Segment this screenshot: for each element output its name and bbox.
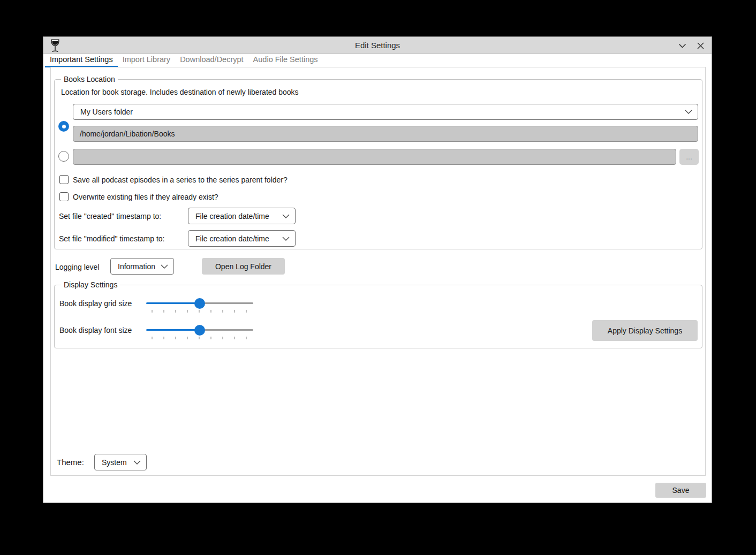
save-podcast-label: Save all podcast episodes in a series to… <box>73 176 288 184</box>
display-settings-legend: Display Settings <box>61 280 120 290</box>
save-podcast-checkbox[interactable] <box>59 175 69 184</box>
window-controls <box>675 37 707 54</box>
font-size-label: Book display font size <box>59 326 132 334</box>
slider-thumb[interactable] <box>194 325 205 336</box>
window-title: Edit Settings <box>43 41 712 50</box>
tab-audio-file-settings[interactable]: Audio File Settings <box>248 54 323 67</box>
open-log-folder-button[interactable]: Open Log Folder <box>202 258 285 275</box>
wine-glass-icon <box>50 39 61 52</box>
chevron-down-icon <box>282 214 290 218</box>
custom-path-radio[interactable] <box>58 151 69 162</box>
theme-value: System <box>102 458 130 467</box>
logging-level-label: Logging level <box>55 263 100 271</box>
slider-thumb[interactable] <box>194 298 205 309</box>
created-timestamp-value: File creation date/time <box>195 212 279 221</box>
chevron-down-icon <box>133 460 141 465</box>
chevron-down-icon <box>685 110 692 114</box>
books-location-description: Location for book storage. Includes dest… <box>61 88 299 96</box>
close-icon <box>697 42 704 49</box>
close-button[interactable] <box>693 39 707 52</box>
grid-size-slider[interactable] <box>146 298 253 309</box>
tab-import-library[interactable]: Import Library <box>118 54 175 67</box>
grid-size-label: Book display grid size <box>59 299 132 308</box>
logging-level-value: Information <box>118 262 157 271</box>
grid-size-ticks <box>152 310 247 313</box>
edit-settings-window: Edit Settings Important Settings Import … <box>43 36 712 503</box>
books-path-field: /home/jordan/Libation/Books <box>73 126 698 142</box>
chevron-down-icon <box>161 264 168 269</box>
theme-label: Theme: <box>57 458 84 467</box>
chevron-down-icon <box>678 43 686 48</box>
books-path-radio-selected[interactable] <box>58 121 69 132</box>
custom-path-field <box>73 149 676 165</box>
modified-timestamp-label: Set file "modified" timestamp to: <box>59 234 164 243</box>
overwrite-label: Overwrite existing files if they already… <box>73 193 218 201</box>
overwrite-checkbox[interactable] <box>59 192 69 201</box>
books-location-preset-dropdown[interactable]: My Users folder <box>73 104 698 120</box>
modified-timestamp-dropdown[interactable]: File creation date/time <box>188 230 296 247</box>
books-location-legend: Books Location <box>61 75 118 84</box>
font-size-slider[interactable] <box>146 325 253 336</box>
created-timestamp-label: Set file "created" timestamp to: <box>59 212 161 221</box>
apply-display-settings-button[interactable]: Apply Display Settings <box>592 320 698 341</box>
tab-download-decrypt[interactable]: Download/Decrypt <box>175 54 248 67</box>
modified-timestamp-value: File creation date/time <box>195 234 279 243</box>
font-size-ticks <box>152 337 247 339</box>
minimize-button[interactable] <box>675 39 689 52</box>
logging-level-dropdown[interactable]: Information <box>110 258 174 275</box>
save-button[interactable]: Save <box>655 483 706 498</box>
tab-important-settings[interactable]: Important Settings <box>45 54 118 67</box>
browse-button[interactable]: ... <box>679 149 699 165</box>
tabstrip: Important Settings Import Library Downlo… <box>45 54 323 67</box>
titlebar: Edit Settings <box>43 37 712 54</box>
chevron-down-icon <box>282 237 290 241</box>
created-timestamp-dropdown[interactable]: File creation date/time <box>188 208 296 224</box>
books-location-preset-value: My Users folder <box>80 108 682 116</box>
theme-dropdown[interactable]: System <box>94 454 147 470</box>
